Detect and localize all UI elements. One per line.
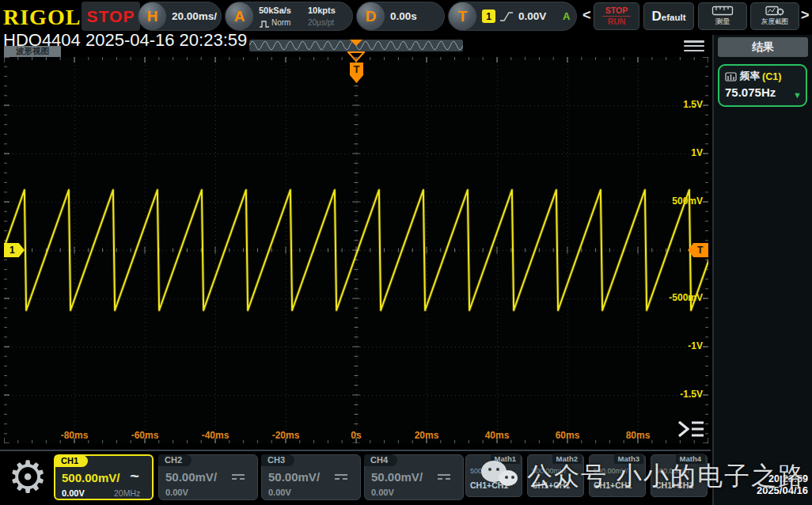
trigger-sweep-mode: A: [563, 10, 570, 22]
trigger-settings-button[interactable]: T 1 0.00V A: [448, 2, 577, 31]
ch3-scale: 50.00mV/: [268, 470, 320, 484]
ch2-tab: CH2: [158, 454, 192, 466]
acquire-mode: Norm: [271, 18, 290, 27]
ch3-offset: 0.00V: [268, 488, 291, 497]
horizontal-settings-button[interactable]: H 20.00ms/: [138, 2, 222, 31]
toolbar-next-arrow[interactable]: >: [801, 7, 810, 24]
rigol-logo: RIGOL: [3, 5, 81, 30]
default-label: Default: [652, 9, 686, 25]
ch2-offset: 0.00V: [165, 488, 188, 497]
acquire-settings-button[interactable]: A 50kSa/s 10kpts Norm 20μs/pt: [225, 2, 353, 31]
stop-run-button[interactable]: STOP RUN: [594, 2, 639, 30]
math-box-1[interactable]: Math1 500.00mV/ CH1+CH1: [465, 454, 522, 497]
ch1-bandwidth: 20MHz: [114, 488, 140, 498]
time-axis-label: 80ms: [613, 430, 663, 441]
time-axis-label: 40ms: [472, 430, 522, 441]
clock-block: 20:23:59 2025/04/16: [757, 473, 808, 496]
acquire-key: A: [226, 2, 253, 30]
measure-button[interactable]: 测量: [698, 2, 747, 30]
horizontal-scale-value: 20.00ms/: [172, 10, 217, 22]
measurement-source: (C1): [762, 71, 781, 82]
voltage-axis-label: 1V: [691, 147, 703, 158]
voltage-axis-label: -1.5V: [680, 389, 703, 400]
results-header: 结果: [718, 37, 808, 57]
dc-coupling-icon: [438, 474, 450, 480]
voltage-axis-label: -500mV: [669, 292, 703, 303]
measurement-value: 75.075Hz: [725, 85, 800, 99]
waveform-graticule: T 1 T -80ms-60ms-40ms-20ms0s20ms40ms60ms…: [4, 57, 708, 443]
grid-and-trace: [4, 57, 708, 443]
oscilloscope-screen: RIGOL STOP H 20.00ms/ A 50kSa/s 10kpts N…: [0, 0, 812, 505]
delay-key: D: [357, 2, 385, 30]
ch4-offset: 0.00V: [371, 488, 394, 497]
time-per-point: 20μs/pt: [308, 18, 334, 27]
capture-label: 灰度截图: [761, 17, 788, 27]
run-label: RUN: [608, 17, 626, 26]
trigger-level-value: 0.00V: [518, 10, 546, 22]
channel-box-ch3[interactable]: CH3 50.00mV/ 0.00V: [261, 454, 361, 500]
math2-tab: Math2: [552, 454, 582, 464]
math-box-4[interactable]: Math4 500.00mV/ CH1+CH1: [651, 454, 708, 497]
clock-time: 20:23:59: [757, 473, 808, 484]
sample-rate: 50kSa/s: [259, 6, 291, 15]
expand-menu-icon[interactable]: [675, 418, 707, 440]
time-axis-label: -60ms: [120, 430, 170, 441]
trigger-position-outline-icon[interactable]: [347, 51, 365, 62]
math-box-2[interactable]: Math2 500.00mV/ CH1+CH1: [527, 454, 584, 497]
screen-gear-icon: [765, 6, 785, 17]
voltage-axis-label: -1V: [688, 340, 703, 351]
channel-box-ch2[interactable]: CH2 50.00mV/ 0.00V: [158, 454, 258, 500]
channel-box-ch1[interactable]: CH1 500.00mV/ ~ 0.00V 20MHz: [54, 454, 154, 500]
chevron-down-icon[interactable]: ▼: [793, 90, 802, 100]
trigger-source-badge: 1: [482, 9, 495, 23]
results-panel: 结果 频率 (C1) 75.075Hz ▼: [712, 35, 812, 505]
capture-button[interactable]: 灰度截图: [750, 2, 799, 30]
clock-date: 2025/04/16: [757, 484, 808, 496]
ac-coupling-icon: ~: [130, 467, 139, 485]
voltage-axis-label: 1.5V: [683, 99, 703, 110]
menu-icon[interactable]: [684, 40, 704, 51]
delay-settings-button[interactable]: D 0.00s: [356, 2, 445, 31]
ch1-offset: 0.00V: [62, 488, 85, 498]
footer-divider: [0, 450, 711, 451]
delay-value: 0.00s: [390, 10, 417, 22]
time-axis-label: -80ms: [49, 430, 100, 441]
overview-trigger-pointer-icon[interactable]: [350, 40, 362, 46]
record-overview-bar[interactable]: [249, 40, 463, 51]
gear-logo-icon: ⚙: [3, 451, 52, 502]
voltage-axis-label: 500mV: [672, 196, 703, 207]
default-button[interactable]: Default: [643, 2, 694, 30]
time-axis-label: 60ms: [542, 430, 593, 441]
channel-box-ch4[interactable]: CH4 50.00mV/ 0.00V: [364, 454, 464, 500]
measurement-card-frequency[interactable]: 频率 (C1) 75.075Hz ▼: [718, 64, 807, 107]
time-axis-label: -20ms: [260, 430, 311, 441]
math3-expression: CH1+CH1: [594, 480, 632, 490]
stop-label: STOP: [605, 6, 628, 15]
time-axis-label: 20ms: [401, 430, 452, 441]
math4-scale: 500.00mV/: [655, 467, 690, 475]
time-axis-label: 0s: [331, 430, 381, 441]
time-axis-label: -40ms: [190, 430, 241, 441]
math-box-3[interactable]: Math3 500.00mV/ CH1+CH1: [589, 454, 646, 497]
square-wave-icon: [259, 19, 270, 28]
toolbar-prev-arrow[interactable]: <: [582, 7, 591, 24]
acquisition-state-badge: STOP: [82, 2, 140, 31]
math2-scale: 500.00mV/: [532, 467, 567, 475]
measure-label: 测量: [715, 17, 730, 27]
ch4-tab: CH4: [364, 454, 397, 466]
math4-tab: Math4: [676, 454, 705, 464]
ch1-scale: 500.00mV/: [62, 471, 120, 484]
math2-expression: CH1+CH1: [532, 480, 570, 490]
trigger-key: T: [449, 2, 476, 30]
tab-waveform-view[interactable]: 波形视图: [4, 46, 61, 57]
horizontal-key: H: [138, 2, 166, 30]
math1-tab: Math1: [491, 454, 520, 464]
ruler-icon: [711, 6, 734, 16]
math4-expression: CH1+CH1: [655, 480, 693, 490]
math3-tab: Math3: [614, 454, 643, 464]
math3-scale: 500.00mV/: [594, 467, 628, 475]
ch2-scale: 50.00mV/: [165, 470, 217, 484]
ch4-scale: 50.00mV/: [371, 470, 423, 484]
rising-edge-icon: [499, 10, 514, 23]
memory-depth: 10kpts: [308, 6, 336, 15]
